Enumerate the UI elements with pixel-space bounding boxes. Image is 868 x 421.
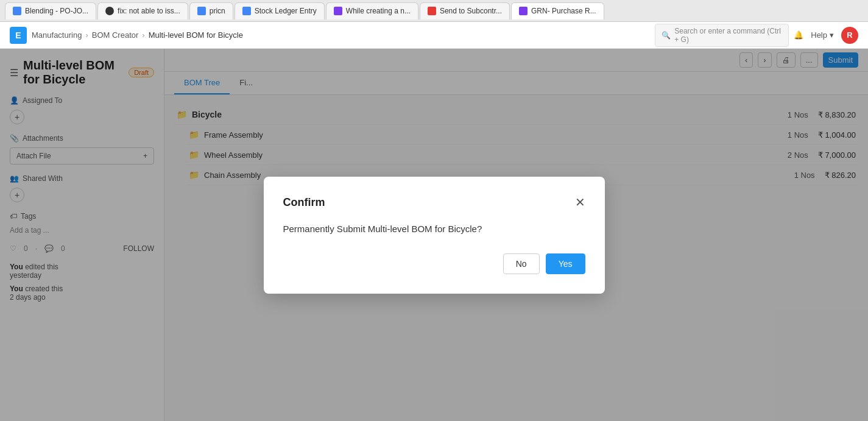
tab-icon-5 [334,7,342,15]
avatar[interactable]: R [841,27,858,44]
modal-no-button[interactable]: No [503,253,540,274]
help-chevron-icon: ▾ [830,30,834,40]
browser-tab-3[interactable]: pricn [189,2,233,19]
tab-label-4: Stock Ledger Entry [255,7,317,15]
browser-tab-2[interactable]: fix: not able to iss... [97,2,188,19]
breadcrumb-bom-creator[interactable]: BOM Creator [92,30,139,40]
tab-icon-7 [519,7,528,15]
header-icons: 🔔 Help ▾ R [794,27,858,44]
tab-label-3: pricn [210,7,225,15]
modal-overlay: Confirm ✕ Permanently Submit Multi-level… [0,49,868,421]
search-placeholder: Search or enter a command (Ctrl + G) [674,27,782,44]
modal-title: Confirm [283,196,325,209]
breadcrumb-sep-1: › [85,30,88,40]
browser-tab-5[interactable]: While creating a n... [326,2,418,19]
search-bar[interactable]: 🔍 Search or enter a command (Ctrl + G) [655,24,789,47]
help-button[interactable]: Help ▾ [811,30,834,40]
tab-icon-6 [428,7,436,15]
help-label: Help [811,30,827,40]
search-icon: 🔍 [662,31,671,40]
modal-body: Permanently Submit Multi-level BOM for B… [283,224,585,234]
browser-tab-1[interactable]: Blending - PO-JO... [5,2,96,19]
modal-footer: No Yes [283,253,585,274]
modal-header: Confirm ✕ [283,196,585,209]
modal-close-button[interactable]: ✕ [575,196,585,208]
tab-icon-2 [105,7,114,15]
app-logo[interactable]: E [10,27,27,44]
tab-label-2: fix: not able to iss... [118,7,180,15]
confirm-modal: Confirm ✕ Permanently Submit Multi-level… [264,177,605,294]
browser-tab-7[interactable]: GRN- Purchase R... [511,2,604,19]
tab-label-1: Blending - PO-JO... [25,7,88,15]
main-layout: ☰ Multi-level BOM for Bicycle Draft 👤 As… [0,49,868,421]
breadcrumb-sep-2: › [142,30,144,40]
tab-label-7: GRN- Purchase R... [531,7,596,15]
breadcrumb-manufacturing[interactable]: Manufacturing [32,30,82,40]
tab-icon-4 [242,7,251,15]
browser-tab-4[interactable]: Stock Ledger Entry [235,2,325,19]
tab-label-5: While creating a n... [346,7,411,15]
breadcrumb: Manufacturing › BOM Creator › Multi-leve… [32,30,243,40]
browser-tab-6[interactable]: Send to Subcontr... [420,2,510,19]
notification-bell-icon[interactable]: 🔔 [794,30,803,40]
breadcrumb-current: Multi-level BOM for Bicycle [149,30,243,40]
tab-icon-3 [197,7,206,15]
modal-yes-button[interactable]: Yes [546,253,585,274]
browser-tabs: Blending - PO-JO... fix: not able to iss… [0,0,868,22]
tab-label-6: Send to Subcontr... [440,7,502,15]
app-header: E Manufacturing › BOM Creator › Multi-le… [0,22,868,49]
tab-icon-1 [13,7,21,15]
